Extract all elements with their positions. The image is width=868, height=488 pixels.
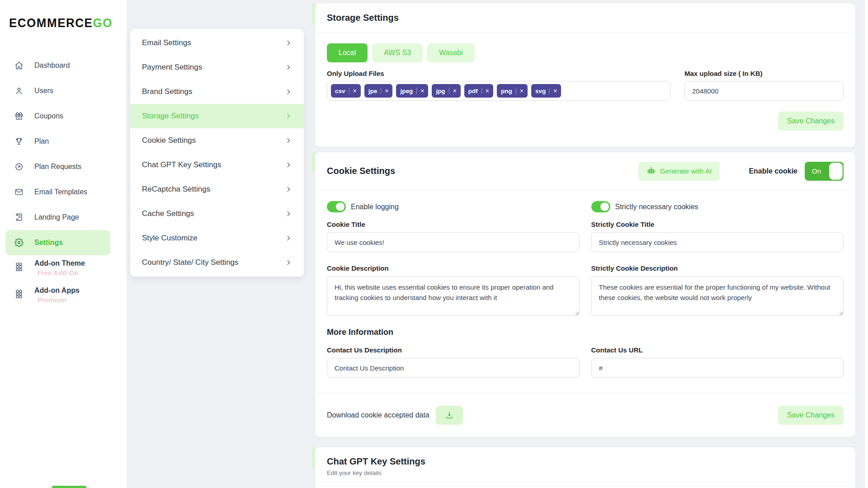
file-tag-label: svg xyxy=(535,88,546,94)
arrow-up-right-circle-icon xyxy=(14,162,24,171)
remove-tag-icon[interactable]: × xyxy=(353,88,357,94)
submenu-item-label: Storage Settings xyxy=(142,112,199,121)
file-tag: pdf× xyxy=(464,84,493,98)
storage-tabs: Local AWS S3 Wasabi xyxy=(327,43,844,62)
chatgpt-card-title: Chat GPT Key Settings xyxy=(327,456,844,467)
sidebar-item-coupons[interactable]: Coupons xyxy=(5,103,110,129)
generate-with-ai-label: Generate with AI xyxy=(660,167,712,175)
sidebar-item-label: Coupons xyxy=(34,112,63,120)
sidebar-item-plan-requests[interactable]: Plan Requests xyxy=(5,154,110,179)
submenu-item-label: Style Customize xyxy=(142,234,198,243)
submenu-item-brand-settings[interactable]: Brand Settings xyxy=(130,80,304,104)
cookie-card-header: Cookie Settings Generate with AI Enable … xyxy=(315,152,855,190)
trophy-icon xyxy=(14,137,24,146)
sidebar-item-dashboard[interactable]: Dashboard xyxy=(5,53,110,78)
contact-us-url-label: Contact Us URL xyxy=(591,346,844,354)
contact-us-description-input[interactable] xyxy=(327,358,580,378)
contact-us-url-input[interactable] xyxy=(591,358,844,378)
sidebar-item-email-templates[interactable]: Email Templates xyxy=(5,179,110,205)
submenu-item-cache-settings[interactable]: Cache Settings xyxy=(130,202,304,226)
strict-cookie-description-textarea[interactable]: These cookies are essential for the prop… xyxy=(591,276,844,316)
download-cookie-data-button[interactable] xyxy=(436,406,463,425)
sidebar-item-landing-page[interactable]: Landing Page xyxy=(5,205,110,230)
submenu-item-label: Payment Settings xyxy=(142,63,202,72)
toggle-knob xyxy=(829,163,843,180)
remove-tag-icon[interactable]: × xyxy=(520,88,524,94)
submenu-item-cookie-settings[interactable]: Cookie Settings xyxy=(130,128,304,153)
file-tag-label: pdf xyxy=(468,88,478,94)
strictly-necessary-label: Strictly necessary cookies xyxy=(615,203,698,211)
remove-tag-icon[interactable]: × xyxy=(553,88,557,94)
submenu-item-recaptcha-settings[interactable]: ReCaptcha Settings xyxy=(130,177,304,202)
tab-local[interactable]: Local xyxy=(327,43,368,62)
addon-badge: Free Add-On xyxy=(38,269,85,277)
strict-cookie-title-input[interactable] xyxy=(591,232,844,252)
enable-logging-toggle[interactable] xyxy=(327,201,346,212)
chevron-right-icon xyxy=(285,137,292,144)
chevron-right-icon xyxy=(285,113,292,120)
sidebar-item-plan[interactable]: Plan xyxy=(5,129,110,154)
cookie-card-title: Cookie Settings xyxy=(327,166,395,176)
cookie-save-button[interactable]: Save Changes xyxy=(778,406,844,425)
brand-logo[interactable]: ECOΜΜERCEGO xyxy=(9,16,113,31)
storage-card-header: Storage Settings xyxy=(315,4,855,33)
chatgpt-card-subtitle: Edit your key details xyxy=(327,469,844,476)
vertical-scrollbar[interactable] xyxy=(865,0,868,488)
remove-tag-icon[interactable]: × xyxy=(486,88,489,94)
submenu-item-storage-settings[interactable]: Storage Settings xyxy=(130,104,304,128)
submenu-item-label: Cache Settings xyxy=(142,209,194,218)
home-icon xyxy=(14,61,24,70)
remove-tag-icon[interactable]: × xyxy=(385,88,388,94)
cookie-title-input[interactable] xyxy=(327,232,580,252)
addon-badge: Premium xyxy=(38,296,80,304)
remove-tag-icon[interactable]: × xyxy=(420,88,424,94)
upload-files-tag-input[interactable]: csv× jpe× jpeg× jpg× pdf× png× svg× xyxy=(327,81,670,101)
cookie-description-textarea[interactable]: Hi, this website uses essential cookies … xyxy=(327,276,580,316)
sidebar-nav: Dashboard Users Coupons Plan Plan Reques… xyxy=(5,53,110,310)
remove-tag-icon[interactable]: × xyxy=(453,88,457,94)
chevron-right-icon xyxy=(285,235,292,242)
sidebar-item-addon-theme[interactable]: Add-on Theme Free Add-On xyxy=(5,255,110,282)
grid-icon xyxy=(14,262,24,271)
chevron-right-icon xyxy=(285,88,292,95)
max-upload-size-input[interactable] xyxy=(684,81,844,101)
strict-cookie-title-label: Strictly Cookie Title xyxy=(591,221,844,228)
sidebar-item-label: Email Templates xyxy=(34,188,87,196)
toggle-knob xyxy=(336,202,344,211)
max-upload-size-label: Max upload size ( In KB) xyxy=(684,70,844,77)
cookie-card-footer: Download cookie accepted data Save Chang… xyxy=(315,393,855,437)
submenu-item-label: Brand Settings xyxy=(142,87,193,96)
submenu-item-chatgpt-key-settings[interactable]: Chat GPT Key Settings xyxy=(130,153,304,177)
submenu-item-payment-settings[interactable]: Payment Settings xyxy=(130,55,304,80)
more-information-heading: More Information xyxy=(327,328,844,337)
user-icon xyxy=(14,86,24,95)
storage-card-title: Storage Settings xyxy=(327,13,399,23)
generate-with-ai-button[interactable]: Generate with AI xyxy=(638,162,720,181)
enable-cookie-toggle[interactable]: On xyxy=(805,162,844,181)
sidebar-item-settings[interactable]: Settings xyxy=(5,230,110,255)
tab-aws-s3[interactable]: AWS S3 xyxy=(372,43,423,62)
storage-save-button[interactable]: Save Changes xyxy=(778,112,844,131)
download-cookie-data-label: Download cookie accepted data xyxy=(327,411,429,419)
file-tag: svg× xyxy=(531,84,561,98)
tag-divider xyxy=(481,88,482,94)
submenu-item-country-state-city[interactable]: Country/ State/ City Settings xyxy=(130,250,304,275)
toggle-state-text: On xyxy=(805,167,828,175)
submenu-item-label: Cookie Settings xyxy=(142,136,196,145)
chevron-right-icon xyxy=(285,259,292,266)
sidebar-item-addon-apps[interactable]: Add-on Apps Premium xyxy=(5,282,110,310)
sidebar-item-users[interactable]: Users xyxy=(5,78,110,103)
submenu-item-label: Chat GPT Key Settings xyxy=(142,160,221,169)
submenu-item-style-customize[interactable]: Style Customize xyxy=(130,226,304,250)
file-tag: jpeg× xyxy=(396,84,428,98)
enable-cookie-label: Enable cookie xyxy=(749,167,797,175)
tab-wasabi[interactable]: Wasabi xyxy=(427,43,475,62)
submenu-item-email-settings[interactable]: Email Settings xyxy=(130,31,304,55)
tag-divider xyxy=(381,88,381,94)
file-tag-label: csv xyxy=(335,88,345,94)
sidebar-item-label: Dashboard xyxy=(34,61,70,70)
cookie-description-label: Cookie Description xyxy=(327,264,580,272)
strictly-necessary-toggle[interactable] xyxy=(591,201,610,212)
file-tag: jpg× xyxy=(432,84,460,98)
page: ECOΜΜERCEGO Dashboard Users Coupons Plan… xyxy=(0,0,868,488)
